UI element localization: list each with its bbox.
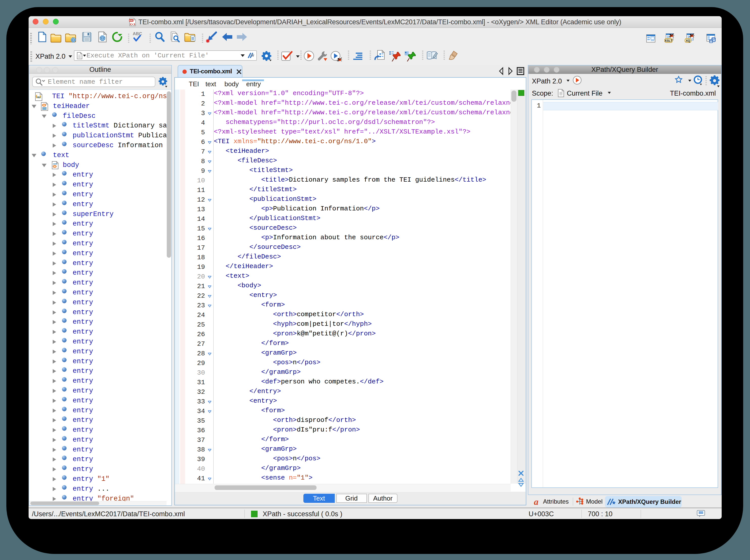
svg-text:XML: XML: [129, 19, 133, 22]
svg-text:XSLT: XSLT: [665, 39, 672, 42]
svg-text:XQ: XQ: [686, 39, 690, 42]
svg-text:TEI: TEI: [37, 96, 40, 99]
